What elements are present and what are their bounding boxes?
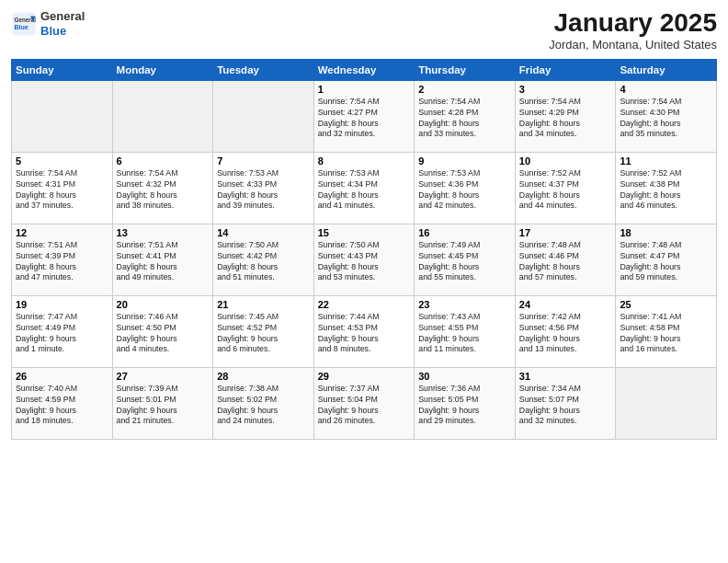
day-info: Sunrise: 7:54 AM Sunset: 4:28 PM Dayligh…	[418, 97, 511, 141]
day-info: Sunrise: 7:41 AM Sunset: 4:58 PM Dayligh…	[620, 312, 712, 356]
day-info: Sunrise: 7:37 AM Sunset: 5:04 PM Dayligh…	[318, 384, 411, 428]
day-info: Sunrise: 7:38 AM Sunset: 5:02 PM Dayligh…	[217, 384, 310, 428]
day-info: Sunrise: 7:48 AM Sunset: 4:46 PM Dayligh…	[519, 240, 612, 284]
logo-text: General Blue	[40, 9, 85, 38]
calendar-cell	[213, 80, 314, 152]
day-number: 8	[318, 155, 411, 167]
day-number: 13	[117, 227, 210, 238]
day-number: 20	[117, 299, 210, 310]
day-number: 23	[418, 299, 511, 310]
day-info: Sunrise: 7:39 AM Sunset: 5:01 PM Dayligh…	[117, 384, 210, 428]
day-number: 10	[519, 155, 612, 167]
calendar-cell: 24Sunrise: 7:42 AM Sunset: 4:56 PM Dayli…	[515, 295, 616, 367]
calendar: SundayMondayTuesdayWednesdayThursdayFrid…	[11, 59, 717, 440]
day-info: Sunrise: 7:36 AM Sunset: 5:05 PM Dayligh…	[418, 384, 511, 428]
calendar-cell: 16Sunrise: 7:49 AM Sunset: 4:45 PM Dayli…	[415, 224, 516, 295]
page: General Blue General Blue January 2025 J…	[0, 0, 728, 563]
day-info: Sunrise: 7:50 AM Sunset: 4:43 PM Dayligh…	[318, 240, 411, 284]
day-number: 29	[318, 371, 411, 382]
calendar-cell: 29Sunrise: 7:37 AM Sunset: 5:04 PM Dayli…	[313, 367, 415, 439]
day-info: Sunrise: 7:46 AM Sunset: 4:50 PM Dayligh…	[117, 312, 210, 356]
day-info: Sunrise: 7:54 AM Sunset: 4:30 PM Dayligh…	[620, 97, 712, 141]
day-info: Sunrise: 7:45 AM Sunset: 4:52 PM Dayligh…	[217, 312, 310, 356]
day-number: 3	[519, 84, 612, 95]
calendar-cell: 12Sunrise: 7:51 AM Sunset: 4:39 PM Dayli…	[12, 224, 113, 295]
logo: General Blue General Blue	[11, 9, 85, 38]
calendar-cell: 1Sunrise: 7:54 AM Sunset: 4:27 PM Daylig…	[313, 80, 415, 152]
day-number: 11	[620, 155, 712, 167]
calendar-cell: 23Sunrise: 7:43 AM Sunset: 4:55 PM Dayli…	[415, 295, 516, 367]
logo-blue: Blue	[40, 24, 66, 38]
day-info: Sunrise: 7:50 AM Sunset: 4:42 PM Dayligh…	[217, 240, 310, 284]
calendar-cell: 6Sunrise: 7:54 AM Sunset: 4:32 PM Daylig…	[112, 152, 213, 224]
calendar-cell: 18Sunrise: 7:48 AM Sunset: 4:47 PM Dayli…	[616, 224, 717, 295]
day-number: 21	[217, 299, 310, 310]
calendar-cell: 25Sunrise: 7:41 AM Sunset: 4:58 PM Dayli…	[616, 295, 717, 367]
day-number: 16	[418, 227, 511, 238]
calendar-header-wednesday: Wednesday	[313, 59, 415, 80]
day-info: Sunrise: 7:48 AM Sunset: 4:47 PM Dayligh…	[620, 240, 712, 284]
calendar-cell: 15Sunrise: 7:50 AM Sunset: 4:43 PM Dayli…	[313, 224, 415, 295]
calendar-cell: 14Sunrise: 7:50 AM Sunset: 4:42 PM Dayli…	[213, 224, 314, 295]
day-number: 30	[418, 371, 511, 382]
day-number: 5	[16, 155, 108, 167]
calendar-cell: 19Sunrise: 7:47 AM Sunset: 4:49 PM Dayli…	[12, 295, 113, 367]
calendar-header-friday: Friday	[515, 59, 616, 80]
calendar-cell: 26Sunrise: 7:40 AM Sunset: 4:59 PM Dayli…	[12, 367, 113, 439]
day-info: Sunrise: 7:52 AM Sunset: 4:38 PM Dayligh…	[620, 168, 712, 213]
day-info: Sunrise: 7:53 AM Sunset: 4:33 PM Dayligh…	[217, 168, 310, 213]
month-title: January 2025	[549, 9, 717, 38]
day-number: 27	[117, 371, 210, 382]
day-info: Sunrise: 7:51 AM Sunset: 4:39 PM Dayligh…	[16, 240, 108, 284]
day-info: Sunrise: 7:54 AM Sunset: 4:29 PM Dayligh…	[519, 97, 612, 141]
day-info: Sunrise: 7:49 AM Sunset: 4:45 PM Dayligh…	[418, 240, 511, 284]
calendar-week-5: 26Sunrise: 7:40 AM Sunset: 4:59 PM Dayli…	[12, 367, 717, 439]
calendar-cell	[112, 80, 213, 152]
day-number: 22	[318, 299, 411, 310]
logo-icon: General Blue	[11, 11, 37, 37]
day-number: 18	[620, 227, 712, 238]
calendar-cell: 31Sunrise: 7:34 AM Sunset: 5:07 PM Dayli…	[515, 367, 616, 439]
calendar-header-monday: Monday	[112, 59, 213, 80]
svg-text:Blue: Blue	[15, 23, 28, 29]
day-number: 26	[16, 371, 108, 382]
day-info: Sunrise: 7:54 AM Sunset: 4:27 PM Dayligh…	[318, 97, 411, 141]
day-number: 9	[418, 155, 511, 167]
calendar-cell: 7Sunrise: 7:53 AM Sunset: 4:33 PM Daylig…	[213, 152, 314, 224]
calendar-cell: 5Sunrise: 7:54 AM Sunset: 4:31 PM Daylig…	[12, 152, 113, 224]
day-info: Sunrise: 7:47 AM Sunset: 4:49 PM Dayligh…	[16, 312, 108, 356]
day-number: 28	[217, 371, 310, 382]
day-number: 1	[318, 84, 411, 95]
logo-general: General	[40, 9, 85, 23]
calendar-cell: 20Sunrise: 7:46 AM Sunset: 4:50 PM Dayli…	[112, 295, 213, 367]
calendar-cell: 17Sunrise: 7:48 AM Sunset: 4:46 PM Dayli…	[515, 224, 616, 295]
calendar-header-tuesday: Tuesday	[213, 59, 314, 80]
day-number: 4	[620, 84, 712, 95]
day-info: Sunrise: 7:44 AM Sunset: 4:53 PM Dayligh…	[318, 312, 411, 356]
day-info: Sunrise: 7:53 AM Sunset: 4:36 PM Dayligh…	[418, 168, 511, 213]
location: Jordan, Montana, United States	[549, 38, 717, 52]
day-info: Sunrise: 7:34 AM Sunset: 5:07 PM Dayligh…	[519, 384, 612, 428]
calendar-week-2: 5Sunrise: 7:54 AM Sunset: 4:31 PM Daylig…	[12, 152, 717, 224]
day-number: 24	[519, 299, 612, 310]
day-info: Sunrise: 7:53 AM Sunset: 4:34 PM Dayligh…	[318, 168, 411, 213]
day-number: 12	[16, 227, 108, 238]
day-info: Sunrise: 7:42 AM Sunset: 4:56 PM Dayligh…	[519, 312, 612, 356]
header: General Blue General Blue January 2025 J…	[11, 9, 717, 52]
calendar-cell: 27Sunrise: 7:39 AM Sunset: 5:01 PM Dayli…	[112, 367, 213, 439]
calendar-week-3: 12Sunrise: 7:51 AM Sunset: 4:39 PM Dayli…	[12, 224, 717, 295]
calendar-cell: 30Sunrise: 7:36 AM Sunset: 5:05 PM Dayli…	[415, 367, 516, 439]
calendar-header-thursday: Thursday	[415, 59, 516, 80]
day-number: 31	[519, 371, 612, 382]
calendar-cell: 8Sunrise: 7:53 AM Sunset: 4:34 PM Daylig…	[313, 152, 415, 224]
day-number: 19	[16, 299, 108, 310]
day-info: Sunrise: 7:54 AM Sunset: 4:31 PM Dayligh…	[16, 168, 108, 213]
calendar-header-saturday: Saturday	[616, 59, 717, 80]
day-number: 14	[217, 227, 310, 238]
calendar-week-1: 1Sunrise: 7:54 AM Sunset: 4:27 PM Daylig…	[12, 80, 717, 152]
calendar-cell: 4Sunrise: 7:54 AM Sunset: 4:30 PM Daylig…	[616, 80, 717, 152]
calendar-cell: 28Sunrise: 7:38 AM Sunset: 5:02 PM Dayli…	[213, 367, 314, 439]
calendar-week-4: 19Sunrise: 7:47 AM Sunset: 4:49 PM Dayli…	[12, 295, 717, 367]
calendar-cell: 9Sunrise: 7:53 AM Sunset: 4:36 PM Daylig…	[415, 152, 516, 224]
calendar-cell: 21Sunrise: 7:45 AM Sunset: 4:52 PM Dayli…	[213, 295, 314, 367]
